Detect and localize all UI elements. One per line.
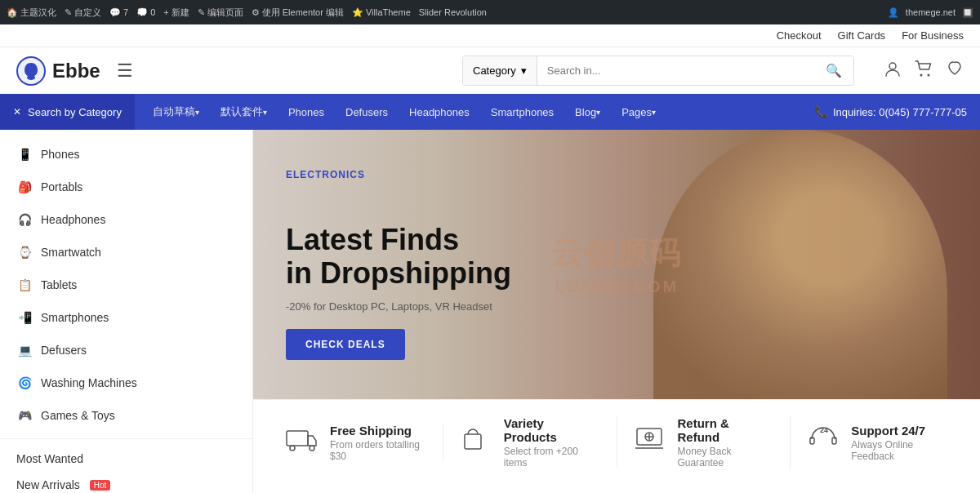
portabls-icon: 🎒 <box>16 179 33 195</box>
feature-sub-3: Always Online Feedback <box>851 439 947 462</box>
main-content: 📱 Phones 🎒 Portabls 🎧 Headphones ⌚ Smart… <box>0 130 980 493</box>
feature-title-1: Variety Products <box>504 416 600 444</box>
phones-icon: 📱 <box>16 146 33 162</box>
sidebar-label-smartwatch: Smartwatch <box>41 246 101 259</box>
admin-username: themege.net <box>906 7 956 17</box>
for-business-link[interactable]: For Business <box>902 29 964 42</box>
admin-bar-new[interactable]: + 新建 <box>163 7 189 19</box>
search-by-category-btn[interactable]: ✕ Search by Category <box>0 94 135 130</box>
washing-machines-icon: 🌀 <box>16 375 33 391</box>
feature-title-2: Return & Refund <box>678 416 774 444</box>
header-icons <box>884 60 964 82</box>
sidebar-item-tablets[interactable]: 📋 Tablets <box>0 269 252 301</box>
gift-cards-link[interactable]: Gift Cards <box>838 29 886 42</box>
account-icon[interactable] <box>884 60 902 82</box>
search-input[interactable] <box>537 56 814 85</box>
svg-point-7 <box>310 446 314 451</box>
sidebar-item-portabls[interactable]: 🎒 Portabls <box>0 171 252 203</box>
search-bar: Category ▾ 🔍 <box>462 56 854 86</box>
feature-sub-2: Money Back Guarantee <box>678 446 774 469</box>
defusers-icon: 💻 <box>16 342 33 358</box>
feature-sub-0: From orders totalling $30 <box>330 439 426 462</box>
tablets-icon: 📋 <box>16 277 33 293</box>
hero-area: 云创源码 LOOWP.COM ELECTRONICS Latest Finds … <box>253 130 980 493</box>
admin-bar-slider[interactable]: Slider Revolution <box>419 7 487 17</box>
sidebar: 📱 Phones 🎒 Portabls 🎧 Headphones ⌚ Smart… <box>0 130 253 493</box>
svg-point-2 <box>889 63 896 69</box>
feature-title-3: Support 24/7 <box>851 424 947 437</box>
refund-icon <box>634 425 666 460</box>
headphones-icon: 🎧 <box>16 211 33 228</box>
feature-free-shipping: Free Shipping From orders totalling $30 <box>270 424 443 462</box>
nav-link-blog[interactable]: Blog <box>565 94 610 130</box>
logo[interactable]: Ebbe <box>16 56 100 86</box>
feature-free-shipping-text: Free Shipping From orders totalling $30 <box>330 424 426 462</box>
hamburger-menu[interactable]: ☰ <box>117 60 133 82</box>
features-bar: Free Shipping From orders totalling $30 … <box>253 399 980 485</box>
svg-point-3 <box>920 74 923 77</box>
sidebar-item-defusers[interactable]: 💻 Defusers <box>0 334 252 366</box>
hero-banner: 云创源码 LOOWP.COM ELECTRONICS Latest Finds … <box>253 130 980 399</box>
hero-title: Latest Finds in Dropshipping <box>286 189 511 290</box>
admin-bar-villatheme[interactable]: ⭐ VillaTheme <box>352 7 411 18</box>
nav-link-pages[interactable]: Pages <box>612 94 666 130</box>
top-bar: Checkout Gift Cards For Business <box>0 24 980 47</box>
feature-refund: Return & Refund Money Back Guarantee <box>617 416 791 469</box>
sidebar-label-portabls: Portabls <box>41 180 82 193</box>
header: Ebbe ☰ Category ▾ 🔍 <box>0 47 980 94</box>
admin-bar-comments[interactable]: 💬 7 <box>109 7 128 18</box>
check-deals-button[interactable]: CHECK DEALS <box>286 329 405 360</box>
truck-icon <box>286 426 318 459</box>
admin-bar-edit-page[interactable]: ✎ 编辑页面 <box>198 7 243 19</box>
admin-bar-customize[interactable]: ✎ 自定义 <box>65 7 101 19</box>
checkout-link[interactable]: Checkout <box>777 29 822 42</box>
phone-icon: 📞 <box>814 105 828 118</box>
hero-content: ELECTRONICS Latest Finds in Dropshipping… <box>253 136 544 392</box>
feature-variety-text: Variety Products Select from +200 items <box>504 416 600 469</box>
sidebar-item-washing-machines[interactable]: 🌀 Washing Machines <box>0 366 252 399</box>
admin-user-icon: 👤 <box>888 7 899 18</box>
sidebar-new-arrivals[interactable]: New Arrivals Hot <box>0 472 252 493</box>
sidebar-label-smartphones: Smartphones <box>41 311 109 324</box>
wishlist-icon[interactable] <box>946 60 964 82</box>
feature-title-0: Free Shipping <box>330 424 426 437</box>
admin-bar-home[interactable]: 🏠 主题汉化 <box>7 7 56 19</box>
svg-point-6 <box>290 446 295 451</box>
sidebar-item-games-toys[interactable]: 🎮 Games & Toys <box>0 399 252 432</box>
phone-number: Inquiries: 0(045) 777-777-05 <box>833 106 967 118</box>
nav-link-defusers[interactable]: Defusers <box>336 94 398 130</box>
sidebar-most-wanted[interactable]: Most Wanted <box>0 446 252 472</box>
sidebar-item-headphones[interactable]: 🎧 Headphones <box>0 203 252 236</box>
logo-text: Ebbe <box>52 60 100 82</box>
sidebar-item-phones[interactable]: 📱 Phones <box>0 138 252 171</box>
search-button[interactable]: 🔍 <box>814 56 853 85</box>
nav-bar: ✕ Search by Category 自动草稿 默认套件 Phones De… <box>0 94 980 130</box>
new-arrivals-label: New Arrivals <box>16 478 80 491</box>
nav-link-autodraft[interactable]: 自动草稿 <box>143 94 209 130</box>
admin-bar-bubbles[interactable]: 💭 0 <box>136 7 155 18</box>
svg-text:24: 24 <box>820 426 828 434</box>
nav-link-smartphones[interactable]: Smartphones <box>481 94 564 130</box>
hero-sub: -20% for Desktop PC, Laptops, VR Headset <box>286 300 511 313</box>
sidebar-label-washing-machines: Washing Machines <box>41 376 137 389</box>
admin-wp-icon: 🔲 <box>962 7 973 18</box>
hot-badge: Hot <box>90 480 111 491</box>
sidebar-divider <box>0 438 252 439</box>
admin-bar-elementor[interactable]: ⚙ 使用 Elementor 编辑 <box>252 7 344 19</box>
hero-tag: ELECTRONICS <box>286 169 511 180</box>
nav-link-default[interactable]: 默认套件 <box>211 94 277 130</box>
svg-point-1 <box>27 75 35 80</box>
sidebar-label-games-toys: Games & Toys <box>41 409 115 422</box>
sidebar-item-smartwatch[interactable]: ⌚ Smartwatch <box>0 236 252 269</box>
sidebar-label-headphones: Headphones <box>41 213 105 226</box>
search-category-dropdown[interactable]: Category ▾ <box>463 56 537 85</box>
sidebar-label-defusers: Defusers <box>41 344 87 357</box>
close-icon: ✕ <box>13 106 21 118</box>
cart-icon[interactable] <box>915 60 933 82</box>
feature-sub-1: Select from +200 items <box>504 446 600 469</box>
sidebar-item-smartphones[interactable]: 📲 Smartphones <box>0 301 252 334</box>
nav-link-phones[interactable]: Phones <box>278 94 334 130</box>
smartphones-icon: 📲 <box>16 309 33 326</box>
svg-point-4 <box>928 74 930 77</box>
nav-link-headphones[interactable]: Headphones <box>399 94 479 130</box>
